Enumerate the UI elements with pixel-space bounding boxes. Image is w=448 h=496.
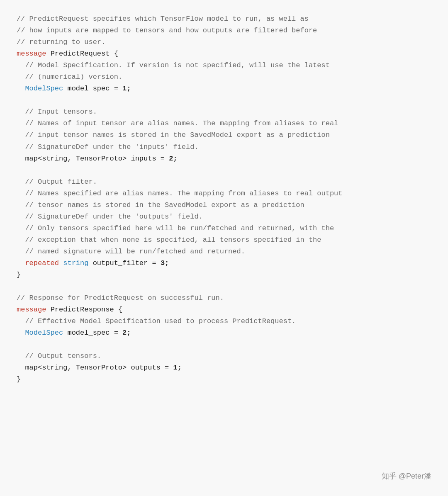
code-line: // SignatureDef under the 'inputs' field… [17, 141, 431, 153]
code-line: // Names specified are alias names. The … [17, 188, 431, 199]
code-line: // Response for PredictRequest on succes… [17, 292, 431, 304]
code-line: // input tensor names is stored in the S… [17, 129, 431, 141]
code-line [17, 95, 431, 106]
code-line: // Names of input tensor are alias names… [17, 118, 431, 129]
code-line: map<string, TensorProto> outputs = 1; [17, 362, 431, 374]
code-line: // exception that when none is specified… [17, 234, 431, 246]
code-line [17, 165, 431, 176]
code-line: repeated string output_filter = 3; [17, 258, 431, 269]
code-line: } [17, 269, 431, 281]
watermark: 知乎 @Peter潘 [382, 470, 431, 483]
code-line: message PredictResponse { [17, 304, 431, 316]
code-line: // named signature will be run/fetched a… [17, 246, 431, 258]
code-line: ModelSpec model_spec = 1; [17, 83, 431, 95]
code-line: // returning to user. [17, 36, 431, 48]
code-block: // PredictRequest specifies which Tensor… [17, 13, 431, 386]
code-line: // Output tensors. [17, 350, 431, 362]
code-line: // SignatureDef under the 'outputs' fiel… [17, 211, 431, 223]
code-line: // Effective Model Specification used to… [17, 316, 431, 327]
code-line: // (numerical) version. [17, 71, 431, 83]
code-line: // tensor names is stored in the SavedMo… [17, 199, 431, 211]
code-line: } [17, 374, 431, 385]
code-line [17, 339, 431, 350]
code-line: // Input tensors. [17, 106, 431, 118]
code-line [17, 281, 431, 292]
code-line: map<string, TensorProto> inputs = 2; [17, 153, 431, 165]
code-line: message PredictRequest { [17, 48, 431, 60]
code-line: // Model Specification. If version is no… [17, 60, 431, 71]
code-line: ModelSpec model_spec = 2; [17, 327, 431, 339]
code-line: // Only tensors specified here will be r… [17, 223, 431, 234]
code-line: // Output filter. [17, 176, 431, 188]
code-line: // how inputs are mapped to tensors and … [17, 25, 431, 36]
code-line: // PredictRequest specifies which Tensor… [17, 13, 431, 25]
